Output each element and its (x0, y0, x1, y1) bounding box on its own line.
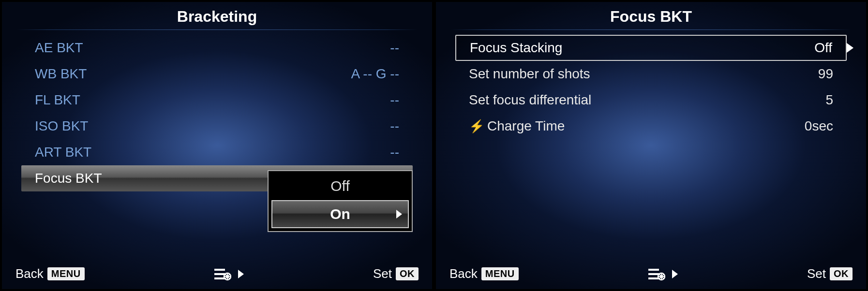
menu-item-iso-bkt[interactable]: ISO BKT -- (21, 113, 413, 139)
set-button[interactable]: Set OK (373, 266, 419, 281)
svg-rect-6 (648, 277, 659, 279)
page-title: Focus BKT (436, 2, 866, 29)
back-button[interactable]: Back MENU (15, 266, 85, 281)
chevron-right-icon (672, 270, 678, 278)
screen-focus-bkt: Focus BKT Focus Stacking Off Set number … (434, 0, 868, 291)
chevron-right-icon (847, 43, 853, 53)
flash-icon: ⚡ (469, 119, 484, 134)
menu-label: ART BKT (35, 145, 91, 160)
svg-rect-1 (214, 273, 225, 275)
menu-label: ⚡Charge Time (469, 118, 565, 134)
menu-list: AE BKT -- WB BKT A -- G -- FL BKT -- ISO… (2, 35, 432, 261)
menu-list: Focus Stacking Off Set number of shots 9… (436, 35, 866, 261)
svg-rect-2 (214, 277, 225, 279)
settings-shortcut[interactable] (648, 267, 678, 281)
settings-list-icon (648, 267, 665, 281)
submenu-option-off[interactable]: Off (270, 173, 410, 199)
menu-value: Off (814, 40, 832, 56)
back-label: Back (449, 266, 478, 281)
menu-item-charge-time[interactable]: ⚡Charge Time 0sec (455, 113, 847, 139)
set-button[interactable]: Set OK (807, 266, 853, 281)
menu-item-ae-bkt[interactable]: AE BKT -- (21, 35, 413, 61)
ok-badge: OK (830, 267, 853, 280)
ok-badge: OK (396, 267, 419, 280)
menu-label: Focus BKT (35, 171, 102, 186)
back-button[interactable]: Back MENU (449, 266, 519, 281)
menu-value: -- (390, 92, 399, 108)
footer: Back MENU Set OK (2, 261, 432, 289)
charge-time-text: Charge Time (487, 118, 565, 133)
screen-bracketing: Bracketing AE BKT -- WB BKT A -- G -- FL… (0, 0, 434, 291)
menu-label: ISO BKT (35, 118, 88, 134)
menu-value: 99 (818, 66, 833, 82)
menu-value: 0sec (805, 118, 833, 134)
submenu-option-label: On (330, 206, 350, 222)
set-label: Set (807, 266, 826, 281)
menu-label: Set focus differential (469, 92, 591, 108)
menu-label: FL BKT (35, 92, 80, 108)
submenu-popup: Off On (268, 170, 413, 232)
menu-item-art-bkt[interactable]: ART BKT -- (21, 139, 413, 165)
menu-value: -- (390, 145, 399, 160)
settings-shortcut[interactable] (214, 267, 244, 281)
menu-item-fl-bkt[interactable]: FL BKT -- (21, 87, 413, 113)
menu-badge: MENU (481, 267, 519, 280)
title-divider (16, 29, 418, 30)
menu-badge: MENU (47, 267, 85, 280)
menu-item-number-of-shots[interactable]: Set number of shots 99 (455, 61, 847, 87)
set-label: Set (373, 266, 392, 281)
menu-item-focus-differential[interactable]: Set focus differential 5 (455, 87, 847, 113)
menu-value: -- (390, 40, 399, 56)
chevron-right-icon (396, 210, 402, 218)
menu-value: A -- G -- (351, 66, 399, 82)
footer: Back MENU Set OK (436, 261, 866, 289)
back-label: Back (15, 266, 44, 281)
menu-label: Set number of shots (469, 66, 590, 82)
menu-item-focus-stacking[interactable]: Focus Stacking Off (455, 35, 847, 61)
settings-list-icon (214, 267, 231, 281)
title-divider (450, 29, 852, 30)
menu-label: WB BKT (35, 66, 87, 82)
menu-value: -- (390, 118, 399, 134)
page-title: Bracketing (2, 2, 432, 29)
svg-rect-5 (648, 273, 659, 275)
submenu-option-on[interactable]: On (271, 200, 409, 228)
menu-label: Focus Stacking (470, 40, 562, 56)
svg-rect-0 (214, 269, 225, 271)
svg-rect-4 (648, 269, 659, 271)
menu-item-wb-bkt[interactable]: WB BKT A -- G -- (21, 61, 413, 87)
chevron-right-icon (238, 270, 244, 278)
menu-value: 5 (825, 92, 833, 108)
menu-label: AE BKT (35, 40, 83, 56)
